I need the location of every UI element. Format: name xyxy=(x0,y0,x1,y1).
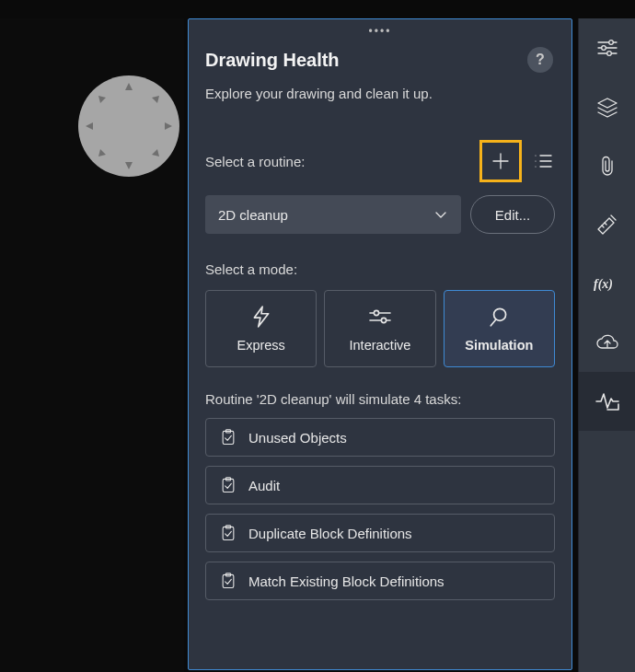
task-label: Audit xyxy=(248,478,280,493)
clipboard-check-icon xyxy=(219,572,237,590)
svg-marker-34 xyxy=(598,98,617,108)
paperclip-icon xyxy=(596,154,618,178)
mode-label: Express xyxy=(237,338,284,353)
svg-marker-4 xyxy=(98,96,106,103)
mode-label: Simulation xyxy=(465,338,533,353)
svg-point-33 xyxy=(606,52,611,56)
mode-express[interactable]: Express xyxy=(205,290,317,367)
svg-point-15 xyxy=(374,310,378,315)
task-item[interactable]: Match Existing Block Definitions xyxy=(205,562,555,600)
mode-label: Interactive xyxy=(350,338,411,353)
routine-dropdown-value: 2D cleanup xyxy=(218,207,288,223)
svg-marker-2 xyxy=(86,122,93,130)
layers-icon xyxy=(595,95,619,119)
rail-cloud-upload[interactable] xyxy=(579,313,635,372)
sliders-icon xyxy=(366,305,394,329)
help-button[interactable]: ? xyxy=(527,47,553,73)
mode-interactive[interactable]: Interactive xyxy=(324,290,435,367)
svg-marker-3 xyxy=(165,122,172,130)
drawing-canvas[interactable] xyxy=(0,18,184,672)
chevron-down-icon xyxy=(433,207,448,222)
rail-materials[interactable] xyxy=(579,195,635,254)
svg-marker-1 xyxy=(125,162,133,169)
task-label: Duplicate Block Definitions xyxy=(248,526,412,541)
svg-marker-7 xyxy=(152,149,159,156)
svg-point-10 xyxy=(535,166,536,167)
svg-point-9 xyxy=(535,160,536,161)
clipboard-check-icon xyxy=(219,476,237,494)
drawing-health-panel: •••• Drawing Health ? Explore your drawi… xyxy=(188,18,572,670)
svg-marker-5 xyxy=(152,96,159,103)
clipboard-check-icon xyxy=(219,428,237,446)
svg-point-17 xyxy=(381,318,386,322)
task-item[interactable]: Duplicate Block Definitions xyxy=(205,514,555,552)
select-routine-label: Select a routine: xyxy=(205,154,305,169)
add-routine-button[interactable] xyxy=(479,140,522,182)
task-item[interactable]: Audit xyxy=(205,466,555,504)
routine-status-line: Routine '2D cleanup' will simulate 4 tas… xyxy=(205,391,555,407)
viewcube-compass[interactable] xyxy=(78,75,179,177)
magnifier-icon xyxy=(487,305,511,329)
task-item[interactable]: Unused Objects xyxy=(205,418,555,457)
svg-line-19 xyxy=(491,319,496,326)
select-mode-label: Select a mode: xyxy=(205,261,555,277)
sliders-icon xyxy=(595,36,619,60)
cloud-upload-icon xyxy=(595,331,620,353)
panel-title: Drawing Health xyxy=(205,50,340,71)
svg-text:f(x): f(x) xyxy=(594,277,613,292)
svg-line-35 xyxy=(602,226,604,227)
fx-icon: f(x) xyxy=(594,273,621,294)
clipboard-check-icon xyxy=(219,524,237,542)
bullet-list-icon xyxy=(532,150,554,172)
routine-dropdown[interactable]: 2D cleanup xyxy=(205,195,461,234)
right-rail: f(x) xyxy=(578,18,635,672)
svg-marker-6 xyxy=(98,149,106,156)
mode-simulation[interactable]: Simulation xyxy=(444,290,555,367)
rail-settings-sliders[interactable] xyxy=(579,18,635,77)
task-list: Unused Objects Audit xyxy=(205,418,555,600)
task-label: Match Existing Block Definitions xyxy=(248,574,444,589)
rail-health-monitor[interactable] xyxy=(579,372,635,431)
task-label: Unused Objects xyxy=(248,430,347,446)
routine-list-button[interactable] xyxy=(531,149,555,173)
svg-point-18 xyxy=(494,308,506,320)
ruler-pencil-icon xyxy=(595,213,619,237)
svg-point-8 xyxy=(535,155,536,156)
lightning-icon xyxy=(249,305,273,329)
edit-button-label: Edit... xyxy=(495,207,530,223)
plus-icon xyxy=(490,150,512,172)
edit-routine-button[interactable]: Edit... xyxy=(470,195,555,234)
rail-function-fx[interactable]: f(x) xyxy=(579,254,635,313)
panel-subtitle: Explore your drawing and clean it up. xyxy=(205,86,555,101)
rail-layers[interactable] xyxy=(579,77,635,136)
rail-attachment[interactable] xyxy=(579,136,635,195)
svg-point-29 xyxy=(608,41,613,45)
svg-point-31 xyxy=(601,46,606,51)
panel-drag-handle[interactable]: •••• xyxy=(369,25,392,38)
svg-marker-0 xyxy=(125,83,133,90)
svg-line-36 xyxy=(605,223,606,225)
activity-icon xyxy=(595,389,620,413)
